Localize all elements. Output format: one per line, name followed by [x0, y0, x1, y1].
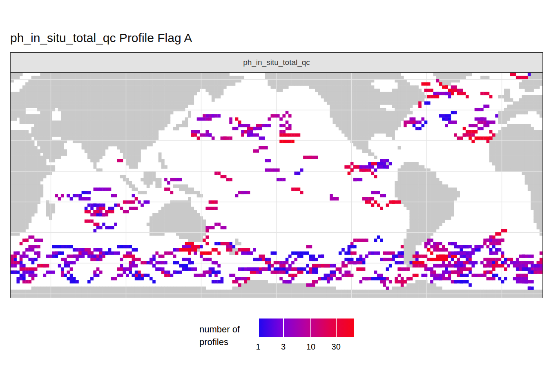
- colorbar-gradient: 131030: [258, 318, 354, 337]
- colorbar-tick: [310, 318, 311, 337]
- facet-strip-label: ph_in_situ_total_qc: [243, 58, 310, 67]
- figure-title: ph_in_situ_total_qc Profile Flag A: [10, 31, 192, 45]
- map-panel: ph_in_situ_total_qc: [10, 52, 543, 298]
- colorbar-tick: [258, 318, 259, 337]
- world-map-canvas: [11, 73, 542, 298]
- figure: ph_in_situ_total_qc Profile Flag A ph_in…: [0, 0, 549, 392]
- colorbar-tick-label: 10: [306, 342, 315, 352]
- colorbar-tick-label: 30: [332, 342, 341, 352]
- facet-strip: ph_in_situ_total_qc: [11, 53, 542, 73]
- colorbar-tick-label: 1: [256, 342, 260, 352]
- legend-title: number of profiles: [199, 323, 257, 348]
- colorbar-tick-label: 3: [281, 342, 286, 352]
- colorbar-tick: [336, 318, 337, 337]
- colorbar-tick: [283, 318, 284, 337]
